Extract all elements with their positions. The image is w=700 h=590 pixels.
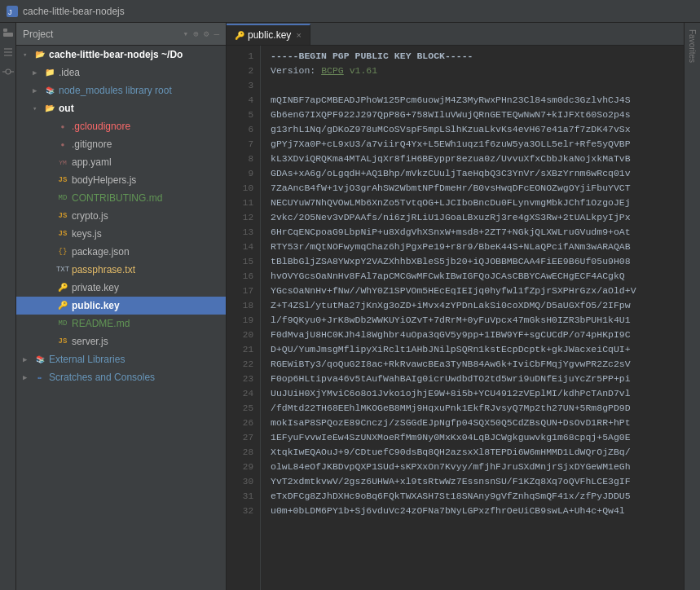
- project-panel-header: Project ▾ ⊕ ⚙ —: [16, 23, 226, 46]
- tree-item-readme[interactable]: MDREADME.md: [16, 315, 226, 332]
- window-title: cache-little-bear-nodejs: [23, 6, 125, 17]
- line-number-10: 10: [227, 181, 253, 196]
- tree-icon-appyaml: YM: [57, 156, 68, 168]
- code-line-29: olwL84eOfJKBDvpQXP1SUd+sKPXxOn7Kvyy/mfjh…: [271, 460, 684, 474]
- code-line-13: 6HrCqENCpoaG9LbpNiP+u8XdgVhXSnxW+msd8+2Z…: [271, 225, 684, 240]
- favorites-sidebar-button[interactable]: Favorites: [686, 26, 698, 66]
- line-number-15: 15: [227, 254, 253, 269]
- code-line-22: RGEWiBTy3/qoQuG2I8ac+RkRvawcBEa3TyNB84Aw…: [271, 357, 684, 372]
- line-number-7: 7: [227, 137, 253, 152]
- line-number-21: 21: [227, 342, 253, 357]
- code-line-10: 7ZaAncB4fW+1vjO3grAhSW2WbmtNPfDmeHr/B0vs…: [271, 181, 684, 196]
- line-number-18: 18: [227, 298, 253, 313]
- tree-label-gitignore: .gitignore: [72, 139, 112, 150]
- close-panel-icon[interactable]: —: [214, 29, 219, 39]
- code-line-8: kL3XDviQRQKma4MTALjqXr8fiH6BEyppr8ezua0z…: [271, 152, 684, 166]
- tree-icon-contributing: MD: [57, 192, 68, 204]
- line-number-29: 29: [227, 460, 253, 474]
- tree-item-extlibs[interactable]: ▶📚External Libraries: [16, 350, 226, 368]
- line-number-32: 32: [227, 504, 253, 518]
- tree-label-scratches: Scratches and Consoles: [49, 372, 155, 383]
- line-number-16: 16: [227, 269, 253, 284]
- tree-icon-root: 📂: [34, 49, 46, 60]
- tree-item-out[interactable]: ▾📂out: [16, 99, 226, 117]
- line-numbers: 1234567891011121314151617181920212223242…: [227, 46, 261, 590]
- code-editor[interactable]: -----BEGIN PGP PUBLIC KEY BLOCK-----Vers…: [261, 46, 684, 590]
- code-line-2: Version: BCPG v1.61: [271, 64, 684, 78]
- tree-item-idea[interactable]: ▶📁.idea: [16, 64, 226, 81]
- line-number-20: 20: [227, 328, 253, 342]
- code-line-19: l/f9QKyu0+JrK8wDb2WWKUYiOZvT+7dRrM+0yFuV…: [271, 313, 684, 328]
- tree-item-contributing[interactable]: MDCONTRIBUTING.md: [16, 189, 226, 207]
- tree-item-gitignore[interactable]: ●.gitignore: [16, 135, 226, 153]
- tree-item-node_modules[interactable]: ▶📚node_modules library root: [16, 81, 226, 99]
- tree-item-packagejson[interactable]: {}package.json: [16, 243, 226, 261]
- line-number-31: 31: [227, 489, 253, 504]
- code-line-1: -----BEGIN PGP PUBLIC KEY BLOCK-----: [271, 49, 684, 64]
- tree-icon-gitignore: ●: [57, 139, 68, 150]
- tree-item-bodyhelpers[interactable]: JSbodyHelpers.js: [16, 171, 226, 189]
- line-number-2: 2: [227, 64, 253, 78]
- tree-label-readme: README.md: [72, 318, 130, 329]
- tree-item-keys[interactable]: JSkeys.js: [16, 225, 226, 243]
- svg-point-7: [6, 69, 11, 74]
- line-number-12: 12: [227, 210, 253, 225]
- line-number-1: 1: [227, 49, 253, 64]
- svg-rect-2: [3, 29, 7, 32]
- code-line-15: tBlBbGljZSA8YWxpY2VAZXhhbXBleS5jb20+iQJO…: [271, 254, 684, 269]
- code-line-25: /fdMtd22TH68EEhlMKOGeB8MMj9HqxuPnk1EkfRJ…: [271, 401, 684, 416]
- code-line-26: mokIsaP8SPQozE89Cnczj/zSGGdEJpNgfp04SQX5…: [271, 416, 684, 430]
- tree-item-root[interactable]: ▾📂cache-little-bear-nodejs ~/Do: [16, 46, 226, 64]
- code-line-30: YvT2xdmtkvwV/2gsz6UHWA+xl9tsRtwWz7Essnsn…: [271, 474, 684, 489]
- tree-label-extlibs: External Libraries: [49, 354, 125, 365]
- code-line-6: g13rhL1Nq/gDKoZ978uMCoSVspF5mpLSlhKzuaLk…: [271, 122, 684, 137]
- editor-content: 1234567891011121314151617181920212223242…: [227, 46, 684, 590]
- line-number-30: 30: [227, 474, 253, 489]
- line-number-27: 27: [227, 430, 253, 445]
- svg-text:J: J: [8, 8, 12, 16]
- tree-item-server[interactable]: JSserver.js: [16, 332, 226, 350]
- line-number-19: 19: [227, 313, 253, 328]
- editor-area: 🔑 public.key × 1234567891011121314151617…: [227, 23, 684, 590]
- tree-item-appyaml[interactable]: YMapp.yaml: [16, 153, 226, 171]
- tree-item-crypto[interactable]: JScrypto.js: [16, 207, 226, 225]
- settings-icon[interactable]: ⚙: [204, 29, 209, 39]
- line-number-8: 8: [227, 152, 253, 166]
- tree-label-passphrase: passphrase.txt: [72, 264, 135, 275]
- tree-label-keys: keys.js: [72, 228, 102, 240]
- tree-icon-gcloudignore: ●: [57, 121, 68, 132]
- tree-item-publickey[interactable]: 🔑public.key: [16, 297, 226, 315]
- tree-icon-publickey: 🔑: [57, 300, 68, 311]
- tree-item-scratches[interactable]: ▶✏Scratches and Consoles: [16, 368, 226, 386]
- tree-item-privatekey[interactable]: 🔑private.key: [16, 279, 226, 297]
- tree-label-publickey: public.key: [72, 300, 120, 311]
- tree-icon-node_modules: 📚: [44, 85, 55, 96]
- line-number-22: 22: [227, 357, 253, 372]
- tree-item-gcloudignore[interactable]: ●.gcloudignore: [16, 117, 226, 135]
- tree-label-bodyhelpers: bodyHelpers.js: [72, 174, 136, 186]
- code-line-5: Gb6enG7IXQPF922J297QpP8G+758WIluVWujQRnG…: [271, 108, 684, 122]
- tree-item-passphrase[interactable]: TXTpassphrase.txt: [16, 261, 226, 279]
- project-icon[interactable]: [2, 26, 15, 39]
- commit-side-icon[interactable]: [2, 65, 15, 78]
- tabs-bar: 🔑 public.key ×: [227, 23, 684, 46]
- code-line-12: 2vkc/2O5Nev3vDPAAfs/ni6zjRLiU1JGoaLBxuzR…: [271, 210, 684, 225]
- right-sidebar: Favorites: [684, 23, 700, 590]
- add-icon[interactable]: ⊕: [193, 29, 199, 39]
- tree-arrow-extlibs: ▶: [23, 355, 33, 364]
- tab-close-button[interactable]: ×: [296, 30, 301, 40]
- tree-label-packagejson: package.json: [72, 246, 130, 258]
- structure-side-icon[interactable]: [2, 46, 15, 59]
- active-tab[interactable]: 🔑 public.key ×: [227, 24, 310, 45]
- tree-icon-passphrase: TXT: [57, 264, 68, 275]
- tree-icon-idea: 📁: [44, 67, 55, 78]
- code-line-11: NECUYuW7NhQVOwLMb6XnZo5TvtqOG+LJCIboBncD…: [271, 196, 684, 210]
- tree-label-privatekey: private.key: [72, 282, 119, 293]
- line-number-4: 4: [227, 93, 253, 108]
- tree-label-server: server.js: [72, 336, 108, 347]
- code-line-18: Z+T4ZSl/ytutMa27jKnXg3oZD+iMvx4zYPDnLakS…: [271, 298, 684, 313]
- dropdown-icon[interactable]: ▾: [183, 29, 189, 39]
- tree-label-crypto: crypto.js: [72, 210, 108, 222]
- tree-arrow-node_modules: ▶: [33, 86, 42, 95]
- line-number-24: 24: [227, 386, 253, 401]
